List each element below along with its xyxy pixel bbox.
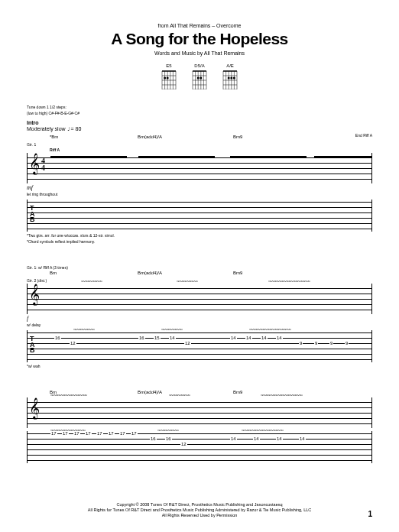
tremolo-marking: ~~~~~~~~~~~~~~~~~~~~~	[50, 393, 86, 397]
from-line: from All That Remains – Overcome	[27, 23, 372, 28]
music-system: Bm Bm(add4)/A Bm9 𝄞 ~~~~~~~~~~~~~~~~~~~~…	[27, 390, 372, 463]
tablature: ~~~~~~~~~~~~~~~~~~~~ ~~~~~~~~~~~~ ~~~~~~…	[27, 431, 372, 463]
chord-symbol: Bm9	[233, 135, 242, 139]
tab-number: 9	[345, 341, 349, 345]
svg-point-12	[167, 77, 169, 79]
tuning-line1: Tune down 1 1/2 steps:	[27, 105, 372, 109]
tab-number: 14	[299, 436, 306, 441]
tab-number: 14	[230, 336, 237, 340]
tab-number: 17	[131, 431, 138, 436]
tab-number: 16	[150, 436, 157, 441]
end-riff-label: End Riff A	[355, 133, 372, 138]
tab-number: 15	[154, 336, 161, 340]
music-system: *Bm Bm(add4)/A Bm9 End Riff A Gtr. 1 Rif…	[27, 135, 372, 244]
treble-clef: 𝄞	[29, 285, 40, 303]
notation-staff: 𝄞 4 4	[27, 153, 372, 183]
tab-number: 14	[169, 336, 176, 340]
footnote: *w/ wah	[27, 364, 372, 368]
tempo-marking: Moderately slow ♩ = 80	[27, 126, 372, 132]
notation-staff: 𝄞 ~~~~~~~~~~~~ ~~~~~~~~~~~~ ~~~~~~~~~~~~…	[27, 284, 372, 314]
performance-instruction: let ring throughout	[27, 192, 372, 196]
tab-number: 17	[85, 431, 92, 436]
section-label: Intro	[27, 120, 372, 125]
notes-area: ~~~~~~~~~~~~ ~~~~~~~~~~~~ ~~~~~~~~~~~~~~…	[50, 284, 368, 314]
tab-number: 12	[70, 341, 76, 345]
tab-number: 14	[245, 336, 252, 340]
tab-number: 9	[329, 341, 333, 345]
tremolo-marking: ~~~~~~~~~~~~~~~~~~~~~~~~	[242, 428, 283, 433]
chord-diagram: D5/A	[191, 63, 208, 89]
tremolo-marking: ~~~~~~~~~~~~	[169, 393, 190, 397]
chord-row: Bm Bm(add4)/A Bm9	[27, 271, 372, 278]
svg-point-24	[197, 77, 200, 79]
guitar2-label: Gtr. 2 (dist.)	[27, 278, 372, 283]
copyright-line: Copyright © 2008 Tunes Of R&T Direct, Pr…	[27, 502, 372, 508]
notes-area: ~~~~~~~~~~~~~~~~~~~~~ ~~~~~~~~~~~~ ~~~~~…	[50, 397, 368, 428]
chord-grid	[191, 70, 208, 89]
tab-number: 14	[276, 336, 283, 340]
chord-name: A/E	[222, 63, 238, 68]
chord-grid	[161, 70, 177, 89]
footnote: *Two gtrs. arr. for one w/occas. slurs &…	[27, 233, 372, 238]
tab-number: 9	[299, 341, 303, 345]
tremolo-marking: ~~~~~~~~~~~~~~~~~~~~~~~~	[268, 279, 310, 284]
time-sig-bot: 4	[41, 164, 45, 171]
chord-name: D5/A	[191, 63, 208, 68]
tab-number: 14	[253, 436, 260, 441]
tab-number: 14	[261, 336, 268, 340]
chord-symbol: Bm9	[233, 390, 242, 394]
tremolo-marking: ~~~~~~~~~~~~	[157, 428, 178, 433]
tab-number: 12	[184, 341, 191, 345]
byline: Words and Music by All That Remains	[27, 50, 372, 56]
copyright-line: All Rights Reserved Used by Permission	[27, 513, 372, 518]
tremolo-marking: ~~~~~~~~~~~~~~~~~~~~~~~~	[249, 327, 290, 332]
guitar-label: Gtr. 1: w/ Riff A (3 times)	[27, 265, 372, 270]
chord-grid	[222, 70, 238, 89]
chord-diagram: A/E	[222, 63, 238, 89]
tab-number: 9	[314, 341, 318, 345]
tuning-line2: (low to high) C#-F#-B-E-G#-C#	[27, 111, 372, 115]
page-number: 1	[368, 510, 372, 518]
tab-number: 16	[138, 336, 145, 340]
chord-symbol: Bm9	[233, 271, 242, 275]
chord-row: *Bm Bm(add4)/A Bm9 End Riff A	[27, 135, 372, 142]
notation-staff: 𝄞 ~~~~~~~~~~~~~~~~~~~~~ ~~~~~~~~~~~~ ~~~…	[27, 397, 372, 428]
copyright-footer: Copyright © 2008 Tunes Of R&T Direct, Pr…	[27, 502, 372, 518]
riff-label: Riff A	[50, 148, 372, 152]
tab-number: 17	[73, 431, 80, 436]
treble-clef: 𝄞	[29, 399, 40, 417]
guitar-label: Gtr. 1	[27, 142, 372, 147]
song-title: A Song for the Hopeless	[27, 30, 372, 48]
chord-name: E5	[161, 63, 177, 68]
chord-symbol: Bm(add4)/A	[138, 135, 162, 139]
tremolo-marking: ~~~~~~~~~~~~~~~~~~~~~~~~	[261, 393, 302, 397]
copyright-line: All Rights for Tunes Of R&T Direct and P…	[27, 508, 372, 513]
tab-number: 14	[276, 436, 283, 441]
chord-diagrams: E5 D5/A A/E	[27, 63, 372, 89]
tab-number: 16	[54, 336, 61, 340]
svg-point-39	[233, 77, 235, 79]
notes-area	[50, 153, 368, 183]
tremolo-marking: ~~~~~~~~~~~~	[73, 327, 94, 332]
tab-number: 14	[230, 436, 237, 441]
tab-number: 17	[108, 431, 115, 436]
tab-number: 17	[62, 431, 69, 436]
treble-clef: 𝄞	[29, 154, 40, 173]
header: from All That Remains – Overcome A Song …	[27, 23, 372, 56]
dynamic-marking: f	[27, 315, 372, 322]
footnote: *Chord symbols reflect implied harmony.	[27, 239, 372, 244]
music-system: Gtr. 1: w/ Riff A (3 times) Bm Bm(add4)/…	[27, 265, 372, 368]
chord-symbol: Bm	[50, 271, 57, 275]
tab-label: TAB	[30, 206, 35, 223]
tablature: TAB	[27, 200, 372, 232]
chord-symbol: *Bm	[50, 135, 58, 139]
svg-point-37	[228, 77, 230, 79]
svg-point-38	[230, 77, 232, 79]
chord-symbol: Bm(add4)/A	[138, 390, 162, 394]
dynamic-marking: mf	[27, 184, 372, 191]
svg-point-11	[164, 77, 166, 79]
tab-number: 17	[50, 431, 57, 436]
tremolo-marking: ~~~~~~~~~~~~	[161, 327, 182, 332]
chord-diagram: E5	[161, 63, 177, 89]
tab-label: TAB	[30, 336, 35, 354]
